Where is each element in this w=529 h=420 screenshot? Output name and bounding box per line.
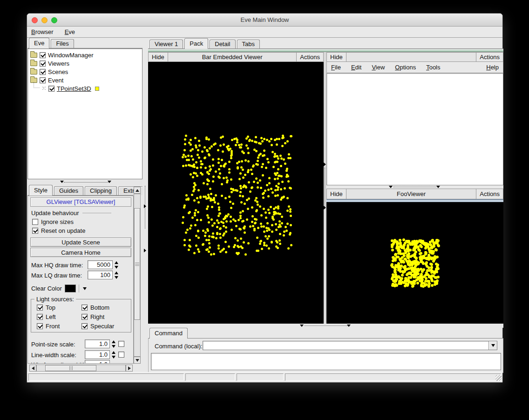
style-vertical-scrollbar[interactable] <box>134 187 141 364</box>
tab-clipping[interactable]: Clipping <box>85 186 117 195</box>
color-swatch[interactable] <box>95 87 99 91</box>
update-scene-button[interactable]: Update Scene <box>30 237 131 247</box>
hide-button[interactable]: Hide <box>149 53 168 61</box>
light-top-checkbox[interactable] <box>37 305 43 311</box>
spinner-down-icon[interactable] <box>115 276 118 279</box>
tab-pack[interactable]: Pack <box>184 38 208 49</box>
point-size-checkbox[interactable] <box>118 341 124 347</box>
left-main-splitter[interactable] <box>142 38 148 364</box>
menu-browser[interactable]: Browser <box>31 28 54 35</box>
tab-eve[interactable]: Eve <box>29 38 49 48</box>
close-button[interactable] <box>32 17 38 23</box>
tree-checkbox[interactable] <box>40 61 46 67</box>
scroll-track[interactable] <box>134 194 141 357</box>
tab-style[interactable]: Style <box>29 185 53 196</box>
tab-detail[interactable]: Detail <box>210 40 235 48</box>
foo-horizontal-splitter[interactable] <box>326 185 503 189</box>
light-left-checkbox[interactable] <box>37 314 43 320</box>
spinner-up-icon[interactable] <box>112 351 115 354</box>
collapse-arrow-icon[interactable] <box>389 186 393 188</box>
embedded-viewer-client[interactable] <box>326 73 503 185</box>
spinner-up-icon[interactable] <box>112 363 115 364</box>
tree-item-windowmanager[interactable]: WindowManager <box>28 51 142 59</box>
tree-item-label[interactable]: WindowManager <box>48 52 94 59</box>
tab-guides[interactable]: Guides <box>54 186 83 195</box>
max-lq-value[interactable]: 100 <box>88 271 113 279</box>
tree-checkbox[interactable] <box>40 52 46 58</box>
scroll-thumb[interactable] <box>45 365 96 371</box>
point-size-value[interactable]: 1.0 <box>85 339 110 348</box>
menu-help[interactable]: Help <box>486 64 499 71</box>
hide-button[interactable]: Hide <box>327 53 346 61</box>
left-horizontal-splitter[interactable] <box>27 179 142 185</box>
collapse-arrow-icon[interactable] <box>144 249 146 252</box>
menu-view[interactable]: View <box>372 64 385 71</box>
tree-item-tpointset3d[interactable]: TPointSet3D <box>28 84 142 93</box>
tree-item-viewers[interactable]: Viewers <box>28 59 142 68</box>
actions-button[interactable]: Actions <box>476 53 503 61</box>
tab-files[interactable]: Files <box>51 39 74 48</box>
wireframe-value[interactable]: 1.0 <box>85 360 110 364</box>
collapse-arrow-icon[interactable] <box>324 206 326 210</box>
light-specular-checkbox[interactable] <box>81 323 88 329</box>
tree-checkbox[interactable] <box>40 77 46 83</box>
combo-dropdown-button[interactable] <box>488 341 497 350</box>
command-combobox[interactable] <box>203 341 497 350</box>
line-width-checkbox[interactable] <box>118 352 124 358</box>
collapse-arrow-icon[interactable] <box>324 163 326 166</box>
tree-item-label[interactable]: Event <box>48 77 63 84</box>
tab-command[interactable]: Command <box>149 328 188 339</box>
resize-grip[interactable] <box>495 375 502 381</box>
scroll-left-button[interactable] <box>29 365 36 372</box>
menu-tools[interactable]: Tools <box>426 64 440 71</box>
scroll-up-button[interactable] <box>134 187 141 194</box>
tree-checkbox[interactable] <box>48 86 54 92</box>
actions-button[interactable]: Actions <box>296 53 323 61</box>
scroll-thumb[interactable] <box>134 208 140 320</box>
scroll-track[interactable] <box>36 365 126 372</box>
tab-viewer-1[interactable]: Viewer 1 <box>149 40 183 48</box>
tree-item-label[interactable]: Scenes <box>48 68 68 75</box>
command-output[interactable] <box>151 353 501 370</box>
line-width-value[interactable]: 1.0 <box>85 350 110 359</box>
foo-viewer-canvas[interactable] <box>326 202 503 324</box>
spinner-down-icon[interactable] <box>112 356 115 359</box>
tree-item-event[interactable]: Event <box>28 76 142 84</box>
camera-home-button[interactable]: Camera Home <box>30 248 131 257</box>
tree-item-label[interactable]: Viewers <box>48 60 69 67</box>
tab-tabs[interactable]: Tabs <box>237 40 260 48</box>
menu-edit[interactable]: Edit <box>351 64 361 71</box>
ignore-sizes-checkbox[interactable] <box>32 219 38 225</box>
hide-button[interactable]: Hide <box>327 189 346 199</box>
scroll-down-button[interactable] <box>134 357 141 364</box>
tree-checkbox[interactable] <box>40 69 46 75</box>
minimize-button[interactable] <box>41 17 47 23</box>
collapse-arrow-icon[interactable] <box>108 181 111 183</box>
tree-item-label[interactable]: TPointSet3D <box>57 85 91 92</box>
collapse-arrow-icon[interactable] <box>300 325 304 327</box>
gl-viewer-canvas[interactable] <box>148 62 324 324</box>
max-hq-value[interactable]: 5000 <box>88 260 113 269</box>
menu-options[interactable]: Options <box>395 64 416 71</box>
light-front-checkbox[interactable] <box>37 323 43 329</box>
light-right-checkbox[interactable] <box>81 314 88 320</box>
spinner-up-icon[interactable] <box>115 271 118 274</box>
menu-eve[interactable]: Eve <box>65 28 75 35</box>
spinner-down-icon[interactable] <box>115 266 118 269</box>
menu-file[interactable]: File <box>331 64 341 71</box>
spinner-up-icon[interactable] <box>112 340 115 343</box>
collapse-arrow-icon[interactable] <box>60 181 64 183</box>
tab-extras[interactable]: Extras <box>118 186 146 195</box>
collapse-arrow-icon[interactable] <box>436 186 440 188</box>
reset-on-update-checkbox[interactable] <box>32 228 38 234</box>
actions-button[interactable]: Actions <box>476 189 503 199</box>
spinner-up-icon[interactable] <box>115 261 118 264</box>
light-bottom-checkbox[interactable] <box>81 305 88 311</box>
collapse-arrow-icon[interactable] <box>347 325 351 327</box>
zoom-button[interactable] <box>51 17 57 23</box>
glviewer-banner[interactable]: GLViewer [TGLSAViewer] <box>30 197 131 207</box>
scroll-right-button[interactable] <box>126 365 133 372</box>
command-splitter[interactable] <box>148 324 503 328</box>
collapse-arrow-icon[interactable] <box>144 204 146 208</box>
command-input[interactable] <box>203 341 488 350</box>
